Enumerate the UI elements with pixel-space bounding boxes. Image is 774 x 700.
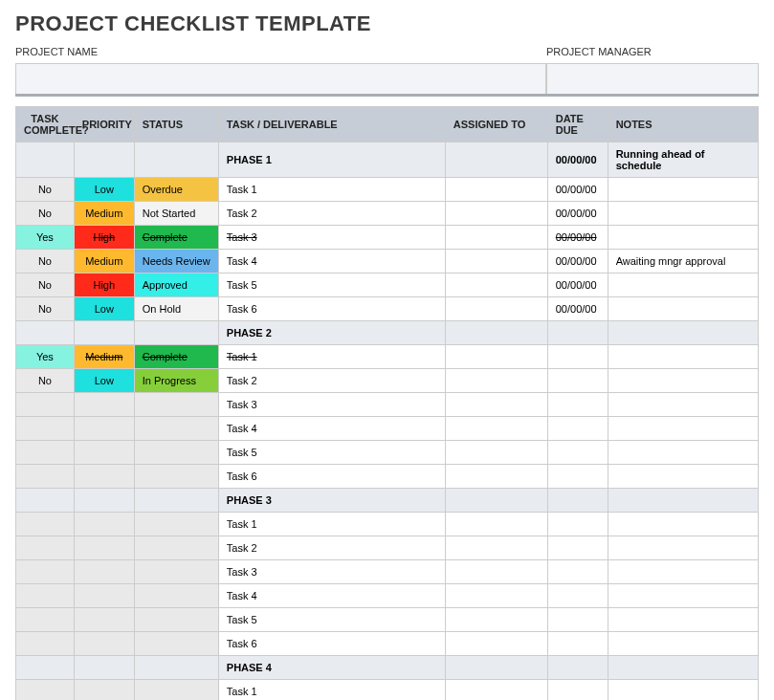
cell-priority[interactable] — [74, 560, 134, 584]
cell-notes[interactable] — [608, 632, 758, 656]
cell-complete[interactable] — [16, 465, 75, 489]
cell-task[interactable]: Task 5 — [218, 273, 445, 297]
cell-assigned[interactable] — [445, 417, 547, 441]
cell-date[interactable] — [547, 632, 608, 656]
cell-priority[interactable]: Medium — [74, 345, 134, 369]
cell-status[interactable] — [134, 465, 218, 489]
cell-status[interactable] — [134, 513, 218, 536]
cell-status[interactable] — [134, 608, 218, 632]
cell-priority[interactable] — [74, 536, 134, 560]
cell-assigned[interactable] — [445, 536, 547, 560]
cell-date[interactable] — [547, 680, 608, 701]
cell-assigned[interactable] — [445, 632, 547, 656]
cell-priority[interactable] — [74, 680, 134, 701]
cell-status[interactable] — [134, 656, 218, 680]
cell-notes[interactable] — [608, 369, 758, 393]
cell-complete[interactable]: Yes — [16, 345, 75, 369]
cell-notes[interactable] — [608, 178, 758, 202]
cell-assigned[interactable] — [445, 297, 547, 321]
cell-task[interactable]: PHASE 1 — [218, 142, 445, 178]
cell-assigned[interactable] — [445, 250, 547, 273]
cell-date[interactable] — [547, 536, 608, 560]
cell-complete[interactable]: No — [16, 250, 75, 273]
cell-status[interactable] — [134, 321, 218, 345]
cell-notes[interactable] — [608, 489, 758, 513]
cell-priority[interactable] — [74, 584, 134, 608]
cell-notes[interactable] — [608, 345, 758, 369]
cell-notes[interactable] — [608, 656, 758, 680]
cell-task[interactable]: PHASE 3 — [218, 489, 445, 513]
cell-status[interactable] — [134, 560, 218, 584]
cell-priority[interactable]: Low — [74, 369, 134, 393]
cell-status[interactable] — [134, 417, 218, 441]
cell-priority[interactable] — [74, 393, 134, 417]
cell-assigned[interactable] — [445, 489, 547, 513]
cell-complete[interactable]: No — [16, 297, 75, 321]
cell-notes[interactable] — [608, 513, 758, 536]
cell-complete[interactable] — [16, 536, 75, 560]
cell-complete[interactable]: No — [16, 178, 75, 202]
cell-notes[interactable] — [608, 560, 758, 584]
project-manager-input[interactable] — [546, 63, 759, 94]
cell-assigned[interactable] — [445, 178, 547, 202]
cell-priority[interactable]: Low — [74, 297, 134, 321]
cell-task[interactable]: Task 2 — [218, 202, 445, 226]
cell-task[interactable]: Task 1 — [218, 680, 445, 701]
cell-complete[interactable] — [16, 142, 75, 178]
cell-priority[interactable] — [74, 142, 134, 178]
cell-assigned[interactable] — [445, 441, 547, 465]
cell-task[interactable]: Task 2 — [218, 536, 445, 560]
cell-complete[interactable] — [16, 656, 75, 680]
cell-date[interactable] — [547, 393, 608, 417]
cell-notes[interactable] — [608, 297, 758, 321]
cell-complete[interactable] — [16, 393, 75, 417]
cell-task[interactable]: Task 4 — [218, 584, 445, 608]
project-name-input[interactable] — [15, 63, 546, 94]
cell-assigned[interactable] — [445, 560, 547, 584]
cell-complete[interactable] — [16, 632, 75, 656]
cell-priority[interactable] — [74, 465, 134, 489]
cell-notes[interactable] — [608, 226, 758, 250]
cell-complete[interactable] — [16, 321, 75, 345]
cell-notes[interactable] — [608, 393, 758, 417]
cell-assigned[interactable] — [445, 142, 547, 178]
cell-status[interactable]: Complete — [134, 345, 218, 369]
cell-notes[interactable] — [608, 417, 758, 441]
cell-complete[interactable] — [16, 417, 75, 441]
cell-task[interactable]: PHASE 2 — [218, 321, 445, 345]
cell-complete[interactable] — [16, 680, 75, 701]
cell-date[interactable] — [547, 369, 608, 393]
cell-date[interactable] — [547, 608, 608, 632]
cell-notes[interactable] — [608, 680, 758, 701]
cell-status[interactable] — [134, 393, 218, 417]
cell-date[interactable]: 00/00/00 — [547, 273, 608, 297]
cell-status[interactable]: Not Started — [134, 202, 218, 226]
cell-status[interactable] — [134, 632, 218, 656]
cell-assigned[interactable] — [445, 393, 547, 417]
cell-date[interactable] — [547, 441, 608, 465]
cell-status[interactable] — [134, 680, 218, 701]
cell-notes[interactable]: Running ahead of schedule — [608, 142, 758, 178]
cell-priority[interactable] — [74, 656, 134, 680]
cell-priority[interactable]: Medium — [74, 202, 134, 226]
cell-date[interactable] — [547, 560, 608, 584]
cell-date[interactable] — [547, 584, 608, 608]
cell-assigned[interactable] — [445, 321, 547, 345]
cell-notes[interactable] — [608, 465, 758, 489]
cell-date[interactable] — [547, 656, 608, 680]
cell-complete[interactable] — [16, 584, 75, 608]
cell-task[interactable]: Task 1 — [218, 178, 445, 202]
cell-task[interactable]: Task 5 — [218, 608, 445, 632]
cell-status[interactable]: Complete — [134, 226, 218, 250]
cell-assigned[interactable] — [445, 345, 547, 369]
cell-status[interactable] — [134, 489, 218, 513]
cell-priority[interactable]: High — [74, 273, 134, 297]
cell-status[interactable] — [134, 142, 218, 178]
cell-date[interactable] — [547, 345, 608, 369]
cell-task[interactable]: Task 4 — [218, 250, 445, 273]
cell-assigned[interactable] — [445, 680, 547, 701]
cell-status[interactable]: In Progress — [134, 369, 218, 393]
cell-notes[interactable]: Awaiting mngr approval — [608, 250, 758, 273]
cell-assigned[interactable] — [445, 202, 547, 226]
cell-priority[interactable] — [74, 417, 134, 441]
